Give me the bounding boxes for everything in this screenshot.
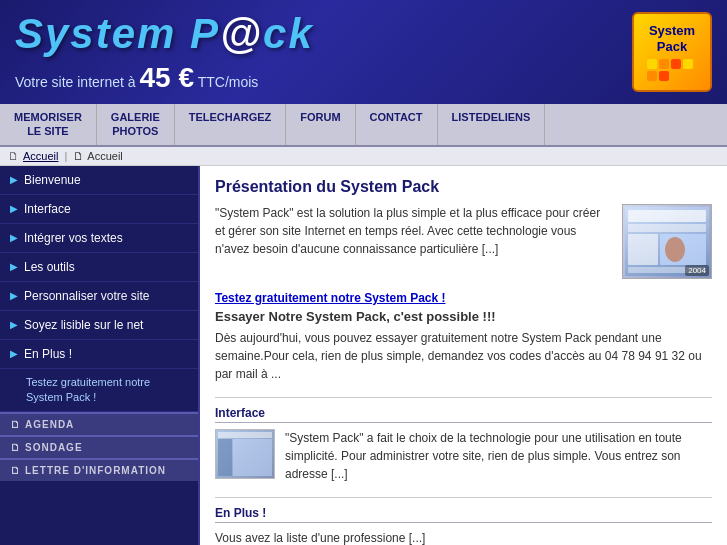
main-section: "System Pack" est la solution la plus si… bbox=[215, 204, 712, 279]
highlight-link[interactable]: Testez gratuitement notre System Pack ! bbox=[215, 291, 712, 305]
arrow-icon: ▶ bbox=[10, 319, 18, 330]
nav-telechargez[interactable]: TELECHARGEZ bbox=[175, 104, 287, 145]
arrow-icon: ▶ bbox=[10, 348, 18, 359]
arrow-icon: ▶ bbox=[10, 232, 18, 243]
sidebar-item-outils[interactable]: ▶ Les outils bbox=[0, 253, 198, 282]
price: 45 € bbox=[140, 62, 195, 93]
image-inner: 2004 bbox=[623, 205, 711, 278]
header: System P@ck Votre site internet à 45 € T… bbox=[0, 0, 727, 104]
doc-icon: 🗋 bbox=[8, 150, 19, 162]
sidebar-section-lettreinfo-label: LETTRE D'INFORMATION bbox=[25, 465, 166, 476]
doc-icon: 🗋 bbox=[10, 465, 21, 476]
nav-memoriser[interactable]: MEMORISERLE SITE bbox=[0, 104, 97, 145]
divider-1 bbox=[215, 397, 712, 398]
sidebar-section-agenda[interactable]: 🗋 AGENDA bbox=[0, 412, 198, 435]
tagline-after: TTC/mois bbox=[198, 74, 259, 90]
header-left: System P@ck Votre site internet à 45 € T… bbox=[15, 10, 314, 94]
doc-icon: 🗋 bbox=[10, 419, 21, 430]
sidebar-section-agenda-label: AGENDA bbox=[25, 419, 74, 430]
navigation: MEMORISERLE SITE GALERIEPHOTOS TELECHARG… bbox=[0, 104, 727, 147]
sidebar-item-testez[interactable]: Testez gratuitement notre System Pack ! bbox=[0, 369, 198, 413]
sidebar-item-enplus[interactable]: ▶ En Plus ! bbox=[0, 340, 198, 369]
sidebar-label-enplus: En Plus ! bbox=[24, 347, 72, 361]
sub3-text: Vous avez la liste d'une professione [..… bbox=[215, 529, 712, 545]
arrow-icon: ▶ bbox=[10, 203, 18, 214]
main-layout: ▶ Bienvenue ▶ Interface ▶ Intégrer vos t… bbox=[0, 166, 727, 545]
nav-contact[interactable]: CONTACT bbox=[356, 104, 438, 145]
sidebar-item-interface[interactable]: ▶ Interface bbox=[0, 195, 198, 224]
sub-section-3: Vous avez la liste d'une professione [..… bbox=[215, 529, 712, 545]
product-box: System Pack bbox=[632, 12, 712, 92]
main-title: Présentation du System Pack bbox=[215, 178, 712, 196]
sidebar-label-testez: Testez gratuitement notre System Pack ! bbox=[26, 376, 150, 403]
tagline-before: Votre site internet à bbox=[15, 74, 136, 90]
doc-icon2: 🗋 bbox=[73, 150, 84, 162]
tagline: Votre site internet à 45 € TTC/mois bbox=[15, 62, 258, 94]
sub2-text: "System Pack" a fait le choix de la tech… bbox=[285, 429, 712, 483]
arrow-icon: ▶ bbox=[10, 174, 18, 185]
interface-label: Interface bbox=[215, 406, 712, 423]
sidebar: ▶ Bienvenue ▶ Interface ▶ Intégrer vos t… bbox=[0, 166, 200, 545]
sub-section-1: Essayer Notre System Pack, c'est possibl… bbox=[215, 309, 712, 383]
divider-2 bbox=[215, 497, 712, 498]
arrow-icon: ▶ bbox=[10, 290, 18, 301]
sidebar-section-sondage[interactable]: 🗋 SONDAGE bbox=[0, 435, 198, 458]
sidebar-item-integrer[interactable]: ▶ Intégrer vos textes bbox=[0, 224, 198, 253]
sub2-body: "System Pack" a fait le choix de la tech… bbox=[215, 429, 712, 483]
breadcrumb-path2: Accueil bbox=[87, 150, 122, 162]
sidebar-item-personnaliser[interactable]: ▶ Personnaliser votre site bbox=[0, 282, 198, 311]
arrow-icon: ▶ bbox=[10, 261, 18, 272]
sidebar-label-interface: Interface bbox=[24, 202, 71, 216]
sub2-image bbox=[215, 429, 275, 479]
sub1-title: Essayer Notre System Pack, c'est possibl… bbox=[215, 309, 712, 324]
nav-forum[interactable]: FORUM bbox=[286, 104, 355, 145]
sidebar-label-integrer: Intégrer vos textes bbox=[24, 231, 123, 245]
box-decoration bbox=[647, 59, 697, 81]
sidebar-section-sondage-label: SONDAGE bbox=[25, 442, 83, 453]
nav-listedeliens[interactable]: LISTEDELIENS bbox=[438, 104, 546, 145]
sidebar-item-lisible[interactable]: ▶ Soyez lisible sur le net bbox=[0, 311, 198, 340]
sidebar-label-bienvenue: Bienvenue bbox=[24, 173, 81, 187]
main-content: Présentation du System Pack "System Pack… bbox=[200, 166, 727, 545]
logo: System P@ck bbox=[15, 10, 314, 58]
nav-galerie[interactable]: GALERIEPHOTOS bbox=[97, 104, 175, 145]
sidebar-section-lettreinfo[interactable]: 🗋 LETTRE D'INFORMATION bbox=[0, 458, 198, 481]
sidebar-label-outils: Les outils bbox=[24, 260, 75, 274]
enplus-label: En Plus ! bbox=[215, 506, 712, 523]
box-title: System Pack bbox=[649, 23, 695, 54]
sidebar-item-bienvenue[interactable]: ▶ Bienvenue bbox=[0, 166, 198, 195]
breadcrumb: 🗋 Accueil | 🗋 Accueil bbox=[0, 147, 727, 166]
main-image: 2004 bbox=[622, 204, 712, 279]
doc-icon: 🗋 bbox=[10, 442, 21, 453]
sub-section-2: "System Pack" a fait le choix de la tech… bbox=[215, 429, 712, 483]
breadcrumb-path1[interactable]: Accueil bbox=[23, 150, 58, 162]
sidebar-label-personnaliser: Personnaliser votre site bbox=[24, 289, 149, 303]
sidebar-label-lisible: Soyez lisible sur le net bbox=[24, 318, 143, 332]
sub1-text: Dès aujourd'hui, vous pouvez essayer gra… bbox=[215, 329, 712, 383]
main-text: "System Pack" est la solution la plus si… bbox=[215, 204, 612, 279]
